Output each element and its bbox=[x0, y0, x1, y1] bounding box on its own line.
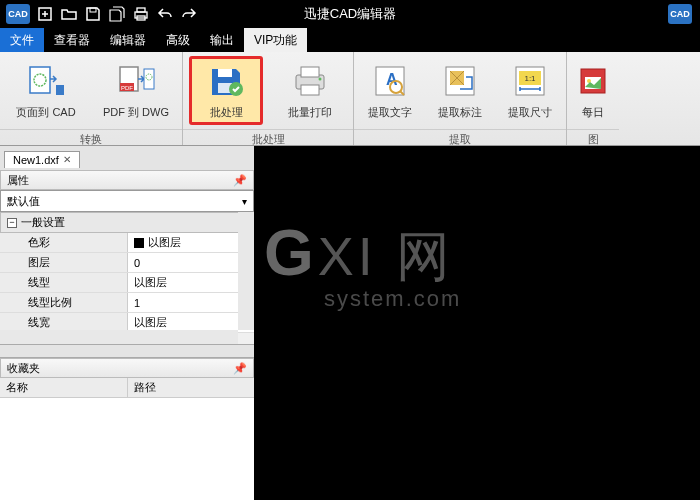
extract-annot-icon bbox=[440, 61, 480, 101]
svg-rect-3 bbox=[137, 8, 145, 12]
menubar: 文件 查看器 编辑器 高级 输出 VIP功能 bbox=[0, 28, 700, 52]
favorites-columns: 名称 路径 bbox=[0, 378, 254, 398]
svg-rect-17 bbox=[301, 67, 319, 77]
document-tab-label: New1.dxf bbox=[13, 154, 59, 166]
batch-print-icon bbox=[290, 61, 330, 101]
page-to-cad-icon bbox=[26, 61, 66, 101]
saveall-icon[interactable] bbox=[108, 5, 126, 23]
color-swatch bbox=[134, 238, 144, 248]
app-logo-right[interactable]: CAD bbox=[668, 4, 692, 24]
extract-text-icon: A bbox=[370, 61, 410, 101]
svg-text:PDF: PDF bbox=[121, 85, 133, 91]
ribbon-label: 提取尺寸 bbox=[508, 105, 552, 120]
undo-icon[interactable] bbox=[156, 5, 174, 23]
menu-editor[interactable]: 编辑器 bbox=[100, 28, 156, 52]
ribbon-label: 批处理 bbox=[210, 105, 243, 120]
ribbon-group-image: 每日 图 bbox=[567, 52, 619, 145]
ribbon-extract-text[interactable]: A 提取文字 bbox=[360, 56, 420, 125]
property-row[interactable]: 色彩 以图层 bbox=[0, 233, 254, 253]
scrollbar-horizontal[interactable] bbox=[0, 330, 238, 344]
ribbon-extract-annot[interactable]: 提取标注 bbox=[430, 56, 490, 125]
favorites-body bbox=[0, 398, 254, 500]
property-row[interactable]: 线型比例 1 bbox=[0, 293, 254, 313]
property-value[interactable]: 以图层 bbox=[128, 273, 254, 292]
pin-icon[interactable]: 📌 bbox=[233, 362, 247, 375]
document-tab[interactable]: New1.dxf ✕ bbox=[4, 151, 80, 168]
favorites-col-name[interactable]: 名称 bbox=[0, 378, 128, 397]
property-value[interactable]: 以图层 bbox=[128, 233, 254, 252]
batch-icon bbox=[206, 61, 246, 101]
close-icon[interactable]: ✕ bbox=[63, 154, 71, 165]
favorites-title: 收藏夹 bbox=[7, 361, 40, 376]
svg-rect-18 bbox=[301, 85, 319, 95]
ribbon-batch-print[interactable]: 批量打印 bbox=[273, 56, 347, 125]
app-logo: CAD bbox=[6, 4, 30, 24]
property-key: 色彩 bbox=[0, 233, 128, 252]
property-key: 线型比例 bbox=[0, 293, 128, 312]
print-icon[interactable] bbox=[132, 5, 150, 23]
save-icon[interactable] bbox=[84, 5, 102, 23]
ribbon-label: PDF 到 DWG bbox=[103, 105, 169, 120]
ribbon-extract-dim[interactable]: 1:1 提取尺寸 bbox=[500, 56, 560, 125]
extract-dim-icon: 1:1 bbox=[510, 61, 550, 101]
favorites-header: 收藏夹 📌 bbox=[0, 358, 254, 378]
ribbon-batch[interactable]: 批处理 bbox=[189, 56, 263, 125]
ribbon-page-to-cad[interactable]: 页面到 CAD bbox=[6, 56, 86, 125]
properties-title: 属性 bbox=[7, 173, 29, 188]
menu-viewer[interactable]: 查看器 bbox=[44, 28, 100, 52]
scrollbar-vertical[interactable] bbox=[238, 212, 254, 330]
ribbon-label: 批量打印 bbox=[288, 105, 332, 120]
dropdown-value: 默认值 bbox=[7, 194, 40, 209]
properties-header: 属性 📌 bbox=[0, 170, 254, 190]
ribbon-label: 页面到 CAD bbox=[16, 105, 75, 120]
svg-point-19 bbox=[319, 78, 322, 81]
new-icon[interactable] bbox=[36, 5, 54, 23]
properties-table: 色彩 以图层 图层 0 线型 以图层 线型比例 1 线宽 以图层 bbox=[0, 233, 254, 333]
daily-icon bbox=[573, 61, 613, 101]
favorites-col-path[interactable]: 路径 bbox=[128, 378, 162, 397]
menu-file[interactable]: 文件 bbox=[0, 28, 44, 52]
ribbon-group-batch: 批处理 批量打印 批处理 bbox=[183, 52, 354, 145]
canvas[interactable]: GXI 网 system.com bbox=[254, 146, 700, 500]
menu-advanced[interactable]: 高级 bbox=[156, 28, 200, 52]
titlebar: CAD 迅捷CAD编辑器 CAD bbox=[0, 0, 700, 28]
svg-text:1:1: 1:1 bbox=[524, 74, 536, 83]
app-title: 迅捷CAD编辑器 bbox=[304, 5, 396, 23]
properties-dropdown[interactable]: 默认值 ▾ bbox=[0, 190, 254, 212]
property-row[interactable]: 线型 以图层 bbox=[0, 273, 254, 293]
ribbon-group-convert: 页面到 CAD PDF PDF 到 DWG 转换 bbox=[0, 52, 183, 145]
left-panel: New1.dxf ✕ 属性 📌 默认值 ▾ − 一般设置 色彩 以图层 bbox=[0, 146, 254, 500]
ribbon-pdf-to-dwg[interactable]: PDF PDF 到 DWG bbox=[96, 56, 176, 125]
svg-rect-5 bbox=[30, 67, 50, 93]
property-key: 图层 bbox=[0, 253, 128, 272]
menu-vip[interactable]: VIP功能 bbox=[244, 28, 307, 52]
ribbon-label: 提取文字 bbox=[368, 105, 412, 120]
ribbon-label: 每日 bbox=[582, 105, 604, 120]
svg-rect-7 bbox=[56, 85, 64, 95]
property-row[interactable]: 图层 0 bbox=[0, 253, 254, 273]
document-tabs: New1.dxf ✕ bbox=[0, 146, 254, 170]
watermark: GXI 网 system.com bbox=[264, 216, 461, 312]
open-icon[interactable] bbox=[60, 5, 78, 23]
property-key: 线型 bbox=[0, 273, 128, 292]
chevron-down-icon: ▾ bbox=[242, 196, 247, 207]
pdf-to-dwg-icon: PDF bbox=[116, 61, 156, 101]
panel-divider[interactable] bbox=[0, 344, 254, 358]
menu-output[interactable]: 输出 bbox=[200, 28, 244, 52]
svg-rect-13 bbox=[218, 69, 232, 77]
property-value[interactable]: 1 bbox=[128, 293, 254, 312]
ribbon-group-extract: A 提取文字 提取标注 1:1 提取尺寸 提取 bbox=[354, 52, 567, 145]
section-label: 一般设置 bbox=[21, 215, 65, 230]
svg-text:A: A bbox=[386, 71, 398, 88]
pin-icon[interactable]: 📌 bbox=[233, 174, 247, 187]
content-area: New1.dxf ✕ 属性 📌 默认值 ▾ − 一般设置 色彩 以图层 bbox=[0, 146, 700, 500]
svg-rect-11 bbox=[144, 69, 154, 89]
property-section-header[interactable]: − 一般设置 bbox=[0, 212, 254, 233]
property-value[interactable]: 0 bbox=[128, 253, 254, 272]
collapse-icon[interactable]: − bbox=[7, 218, 17, 228]
redo-icon[interactable] bbox=[180, 5, 198, 23]
ribbon: 页面到 CAD PDF PDF 到 DWG 转换 批处理 批量打印 批处理 A bbox=[0, 52, 700, 146]
ribbon-daily[interactable]: 每日 bbox=[573, 56, 613, 125]
ribbon-label: 提取标注 bbox=[438, 105, 482, 120]
